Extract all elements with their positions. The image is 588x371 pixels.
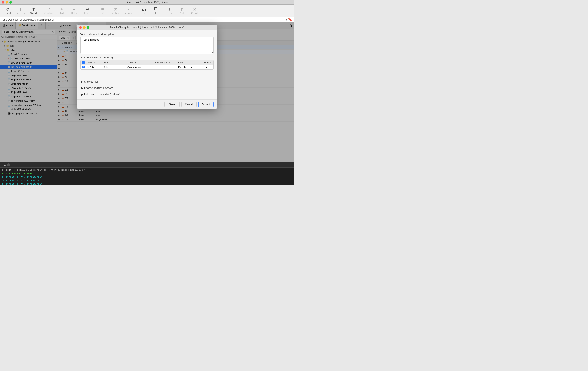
main-area: 🗄 Depot 📁 Workspace ⇅ ▽ pineoc_main3 (//… <box>0 22 294 162</box>
row-checkbox-1txt[interactable]: ✓ <box>82 66 84 68</box>
log-tab-label[interactable]: Log <box>2 164 6 166</box>
fetch-icon: ⬇ <box>167 7 171 11</box>
get-latest-button[interactable]: ⬇ Get Latest <box>14 6 27 16</box>
checkout-button[interactable]: ✓ Checkout <box>43 6 55 16</box>
col-header-check: ✓ <box>81 61 86 64</box>
submit-changelist-modal: Submit Changelist: default (pineoc_main3… <box>77 25 217 109</box>
maximize-button[interactable] <box>9 1 12 4</box>
add-label: Add <box>60 12 63 14</box>
fetch-button[interactable]: ⬇ Fetch <box>163 6 175 16</box>
minimize-button[interactable] <box>6 1 8 4</box>
modal-title-bar: Submit Changelist: default (pineoc_main3… <box>77 25 217 31</box>
toolbar-sep-3 <box>136 7 136 15</box>
files-table-row-1txt[interactable]: ✓ 📄 1.txt 1.txt //stream/main Plain Text… <box>81 65 213 70</box>
cancel-toolbar-button[interactable]: ✕ Cancel <box>189 6 200 16</box>
files-header-label: Choose files to submit (1): <box>84 56 114 59</box>
title-bar: pineoc_main3, localhost:1666, pineoc <box>0 0 294 5</box>
link-jobs-label: Link jobs to changelist (optional): <box>84 93 121 96</box>
modal-minimize-button[interactable] <box>83 26 85 29</box>
diff-label: Diff <box>101 12 104 14</box>
modal-title: Submit Changelist: default (pineoc_main3… <box>110 26 184 29</box>
modal-body: Write a changelist description Test Subm… <box>77 31 217 99</box>
log-content: p4 edit -c default /Users/pineoc/Perforc… <box>0 167 294 186</box>
revgraph-label: Revgraph <box>124 12 133 14</box>
path-bar: ▾ 🔖 <box>0 17 294 22</box>
push-icon: ⬆ <box>180 7 184 11</box>
log-line-1: 1 file opened for edit <box>2 172 292 175</box>
save-button[interactable]: Save <box>164 102 180 107</box>
revert-icon: ↩ <box>85 7 89 11</box>
delete-button[interactable]: − Delete <box>68 6 80 16</box>
checkout-icon: ✓ <box>47 7 51 11</box>
additional-label: Choose additional options: <box>84 87 114 90</box>
col-header-file[interactable]: File <box>103 61 126 64</box>
modal-overlay: Submit Changelist: default (pineoc_main3… <box>57 22 294 162</box>
log-line-4: p4 stream -o -v //stream/main <box>2 182 292 186</box>
row-kind-1txt: Plain Text Do... <box>177 66 202 68</box>
files-expand-arrow[interactable]: ▼ <box>81 56 83 59</box>
push-button[interactable]: ⬆ Push <box>176 6 188 16</box>
submit-button[interactable]: ⬆ Submit <box>28 6 39 16</box>
timelapse-label: Timelapse <box>111 12 120 14</box>
modal-submit-button[interactable]: Submit <box>198 102 213 107</box>
col-header-resolve[interactable]: Resolve Status <box>154 61 177 64</box>
close-button[interactable] <box>2 1 4 4</box>
link-jobs-section[interactable]: ▶ Link jobs to changelist (optional): <box>81 92 213 97</box>
log-panel: Log ✕ p4 edit -c default /Users/pineoc/P… <box>0 162 294 186</box>
revert-button[interactable]: ↩ Revert <box>81 6 93 16</box>
delete-label: Delete <box>71 12 77 14</box>
file-type-icon: 📄 <box>87 66 90 68</box>
revert-label: Revert <box>84 12 90 14</box>
row-folder-1txt: //stream/main <box>126 66 154 68</box>
add-icon: + <box>60 7 63 11</box>
files-table-header: ✓ name ▴ File In Folder Resolve Status K… <box>81 60 213 65</box>
header-checkbox[interactable]: ✓ <box>82 61 84 64</box>
col-header-folder[interactable]: In Folder <box>126 61 154 64</box>
fetch-label: Fetch <box>167 12 172 14</box>
diff-button[interactable]: ≡ Diff <box>97 6 108 16</box>
submit-label: Submit <box>30 12 37 14</box>
refresh-button[interactable]: ↻ Refresh <box>2 6 14 16</box>
diff-icon: ≡ <box>101 7 104 11</box>
path-dropdown-icon[interactable]: ▾ <box>285 18 288 21</box>
add-button[interactable]: + Add <box>56 6 68 16</box>
refresh-label: Refresh <box>4 12 11 14</box>
col-header-action[interactable]: Pending Action <box>202 61 213 64</box>
cancel-icon: ✕ <box>193 7 196 11</box>
additional-options-section[interactable]: ▶ Choose additional options: <box>81 86 213 90</box>
modal-maximize-button[interactable] <box>87 26 89 29</box>
init-label: Init <box>142 12 145 14</box>
timelapse-button[interactable]: ◷ Timelapse <box>109 6 122 16</box>
col-header-kind[interactable]: Kind <box>177 61 202 64</box>
bookmark-icon[interactable]: 🔖 <box>288 18 292 21</box>
modal-close-button[interactable] <box>79 26 82 29</box>
submit-icon: ⬆ <box>32 7 35 11</box>
revgraph-icon: ⋮ <box>126 7 130 11</box>
log-close-button[interactable]: ✕ <box>7 164 10 166</box>
revgraph-button[interactable]: ⋮ Revgraph <box>122 6 134 16</box>
files-table: ✓ name ▴ File In Folder Resolve Status K… <box>81 60 213 70</box>
files-header: ▼ Choose files to submit (1): <box>81 56 213 59</box>
init-icon: 🗂 <box>142 7 146 11</box>
shelved-arrow: ▶ <box>81 80 83 83</box>
description-textarea[interactable]: Test Submitted <box>81 37 213 54</box>
get-latest-icon: ⬇ <box>19 7 22 11</box>
refresh-icon: ↻ <box>6 7 10 11</box>
push-label: Push <box>180 12 185 14</box>
col-header-name[interactable]: name ▴ <box>86 61 103 64</box>
timelapse-icon: ◷ <box>114 7 117 11</box>
modal-cancel-button[interactable]: Cancel <box>181 102 197 107</box>
path-input[interactable] <box>2 18 285 21</box>
shelved-label: Shelved files: <box>84 80 99 83</box>
shelved-section[interactable]: ▶ Shelved files: <box>81 79 213 84</box>
log-line-3: p4 stream -o -v //stream/main <box>2 179 292 183</box>
description-label: Write a changelist description <box>81 33 213 36</box>
description-section: Write a changelist description Test Subm… <box>81 33 213 54</box>
modal-window-controls <box>79 26 89 29</box>
delete-icon: − <box>73 7 76 11</box>
window-controls <box>2 1 12 4</box>
init-button[interactable]: 🗂 Init <box>138 6 150 16</box>
log-line-2: p4 stream -o -v //stream/main <box>2 175 292 179</box>
clone-button[interactable]: ⿻ Clone <box>151 6 162 16</box>
toolbar-sep-2 <box>95 7 95 15</box>
